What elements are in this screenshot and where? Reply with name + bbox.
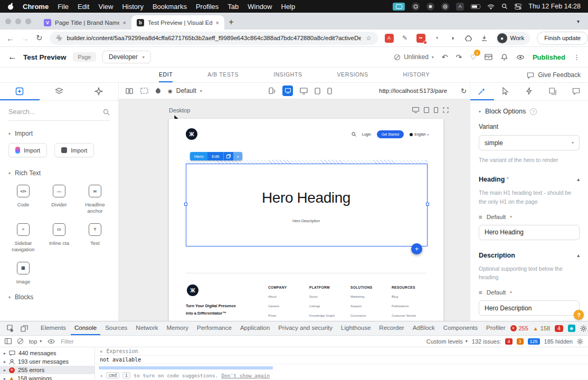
collapse-chevron-icon[interactable]: ▴	[577, 177, 580, 182]
extensions-puzzle-icon[interactable]	[464, 34, 473, 43]
description-section-header[interactable]: Description ▴	[479, 252, 580, 259]
console-filter-user-messages[interactable]: ▸ 193 user messages	[0, 357, 94, 366]
tab-versions[interactable]: VERSIONS	[337, 68, 368, 82]
get-started-button[interactable]: Get Started	[377, 130, 404, 138]
description-localization-dropdown[interactable]: ≡ Default ▾	[479, 289, 580, 296]
browser-tab-active[interactable]: b Test Preview | Visual Editor | ×	[131, 15, 224, 30]
device-rotate-icon[interactable]	[268, 87, 276, 94]
preview-refresh-icon[interactable]: ↻	[461, 87, 467, 95]
help-question-icon[interactable]: ?	[530, 108, 537, 115]
block-options-header[interactable]: ▾ Block Options ?	[479, 108, 580, 115]
block-tag[interactable]: Hero	[190, 152, 207, 160]
login-link[interactable]: Login	[362, 132, 371, 136]
apple-menu-icon[interactable]	[7, 3, 14, 10]
new-tab-button[interactable]: +	[224, 15, 238, 29]
layers-tab[interactable]	[40, 83, 79, 100]
block-tile-inline-cta[interactable]: ▭Inline cta	[41, 223, 77, 253]
search-input[interactable]: Search...	[8, 108, 110, 121]
help-beacon-button[interactable]: ?	[574, 310, 584, 320]
devtools-extension-icon[interactable]: ◈	[568, 325, 575, 332]
log-levels-dropdown[interactable]: Custom levels▾	[426, 338, 468, 345]
downloads-icon[interactable]	[480, 34, 489, 43]
canvas-area[interactable]: Desktop Ж Login Get Started English▾	[119, 99, 470, 321]
updates-heart-icon[interactable]: ♡1	[470, 53, 477, 61]
insert-tab[interactable]	[0, 83, 40, 100]
window-minimize-button[interactable]	[15, 18, 21, 24]
import-figma-button[interactable]: Import	[8, 143, 47, 157]
menu-item-view[interactable]: View	[98, 3, 113, 11]
footer-link[interactable]: Knowledge Graph	[309, 314, 350, 317]
preview-eye-icon[interactable]	[516, 54, 525, 61]
unlinked-dropdown[interactable]: Unlinked ▾	[394, 53, 434, 61]
section-rich-text[interactable]: ▾ Rich Text	[0, 162, 118, 182]
block-edit-button[interactable]: Edit	[207, 152, 223, 160]
language-selector[interactable]: English▾	[410, 132, 429, 136]
block-tile-code[interactable]: </>Code	[5, 185, 41, 214]
console-filter-all-messages[interactable]: ▸ 440 messages	[0, 349, 94, 357]
console-filter-warnings[interactable]: ▸ ▲ 158 warnings	[0, 374, 94, 380]
heading-localization-dropdown[interactable]: ≡ Default ▾	[479, 214, 580, 220]
menubar-clock[interactable]: Thu 12 Feb 14:28	[528, 3, 581, 10]
footer-link[interactable]: Marketing	[350, 295, 392, 298]
block-menu-chevron-icon[interactable]: ▾	[233, 152, 242, 160]
issues-label[interactable]: 132 issues:	[472, 338, 501, 345]
footer-link[interactable]: Blog	[392, 295, 433, 298]
address-bar[interactable]: builder.io/content/5aa79299ea8d4cffa6271…	[50, 32, 378, 45]
footer-link[interactable]: Commerce	[350, 314, 392, 317]
ai-sparkle-tab[interactable]	[79, 83, 118, 100]
screen-share-indicator-icon[interactable]	[393, 3, 405, 11]
edit-extension-icon[interactable]: ✎	[401, 34, 410, 43]
menu-item-window[interactable]: Window	[248, 3, 272, 11]
clear-console-icon[interactable]	[17, 338, 23, 344]
bookmark-star-icon[interactable]: ☆	[366, 34, 371, 42]
tab-history[interactable]: HISTORY	[403, 68, 430, 82]
archive-icon[interactable]	[485, 53, 492, 61]
browser-profile-chip[interactable]: ● Work	[496, 32, 530, 45]
footer-link[interactable]: Customer Stories	[392, 314, 433, 317]
console-filter-errors[interactable]: ▸ ✕ 255 errors	[0, 366, 94, 374]
collapse-chevron-icon[interactable]: ▴	[577, 253, 580, 258]
devtools-tab-privacy[interactable]: Privacy and security	[274, 321, 336, 335]
block-tile-sidebar-navigation[interactable]: ≡Sidebar navigation	[5, 223, 41, 253]
devtools-tab-console[interactable]: Console	[71, 321, 100, 335]
tab-ab-tests[interactable]: A/B TESTS	[207, 68, 239, 82]
tab-insights[interactable]: INSIGHTS	[273, 68, 302, 82]
header-overflow-menu-icon[interactable]: ⋮	[573, 53, 580, 61]
wifi-icon[interactable]	[487, 4, 495, 10]
footer-link[interactable]: Scout	[309, 295, 350, 298]
interactions-tab[interactable]	[494, 83, 518, 100]
console-error-count[interactable]: ✕255	[510, 325, 528, 331]
device-toolbar-icon[interactable]	[18, 325, 31, 332]
preview-search-icon[interactable]	[352, 132, 356, 137]
live-expression-eye-icon[interactable]	[48, 339, 55, 344]
record-status-icon[interactable]	[441, 3, 449, 11]
bell-icon[interactable]	[500, 53, 508, 61]
block-tile-headline-anchor[interactable]: HHeadline anchor	[77, 185, 113, 214]
margin-outline-icon[interactable]	[140, 88, 148, 94]
layers-stack-tab[interactable]	[541, 83, 565, 100]
redo-button[interactable]: ↷	[456, 53, 462, 61]
adblock-extension-icon[interactable]: A	[385, 34, 394, 43]
animations-tab[interactable]	[517, 83, 541, 100]
footer-logo[interactable]: Ж	[187, 284, 198, 296]
shield-status-icon[interactable]	[426, 3, 434, 11]
console-warning-count[interactable]: ▲158	[533, 325, 550, 331]
spotlight-search-icon[interactable]	[501, 3, 508, 10]
back-button[interactable]: ←	[6, 34, 14, 43]
window-close-button[interactable]	[5, 18, 11, 24]
disclosure-triangle-icon[interactable]: ▸	[4, 359, 6, 364]
block-tile-divider[interactable]: —Divider	[41, 185, 77, 214]
devtools-tab-adblock[interactable]: AdBlock	[409, 321, 439, 335]
menu-item-chrome[interactable]: Chrome	[23, 3, 49, 11]
device-phone-icon[interactable]	[327, 88, 332, 94]
hero-heading[interactable]: Hero Heading	[169, 189, 443, 206]
preview-url[interactable]: http://localhost:5173/pare	[379, 88, 458, 94]
publish-status[interactable]: Published	[533, 53, 565, 61]
camera-status-icon[interactable]	[412, 3, 420, 11]
devtools-tab-network[interactable]: Network	[132, 321, 162, 335]
mode-dropdown[interactable]: Developer ▾	[102, 51, 151, 63]
password-extension-icon[interactable]: ••	[416, 34, 425, 43]
columns-layout-icon[interactable]	[126, 88, 133, 94]
menu-item-edit[interactable]: Edit	[78, 3, 89, 11]
menu-item-help[interactable]: Help	[281, 3, 296, 11]
